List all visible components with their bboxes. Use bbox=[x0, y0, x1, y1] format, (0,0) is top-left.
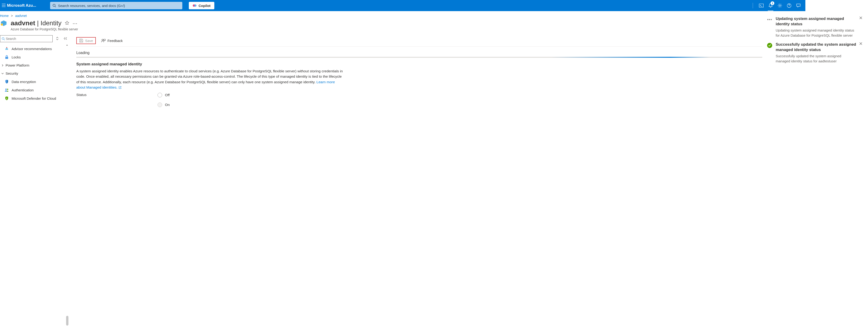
sidebar-item-locks[interactable]: Locks bbox=[0, 53, 68, 61]
chevron-right-icon bbox=[1, 64, 4, 67]
notification-title: Updating system assigned managed identit… bbox=[776, 16, 857, 27]
sidebar-scrollbar[interactable] bbox=[66, 46, 68, 326]
notification-panel: ▪▪▪ Updating system assigned managed ide… bbox=[762, 13, 868, 71]
global-search[interactable] bbox=[50, 2, 182, 9]
copilot-icon bbox=[192, 3, 197, 8]
advisor-icon bbox=[5, 46, 9, 51]
people-icon bbox=[5, 88, 9, 92]
search-icon bbox=[2, 37, 5, 40]
close-notification-icon[interactable] bbox=[859, 16, 864, 38]
external-link-icon bbox=[119, 85, 122, 91]
notifications-icon[interactable]: 1 bbox=[766, 0, 775, 11]
cloud-shell-icon[interactable] bbox=[757, 0, 766, 11]
radio-icon bbox=[157, 102, 162, 107]
help-icon[interactable] bbox=[784, 0, 794, 11]
svg-point-2 bbox=[194, 4, 196, 7]
resource-subtitle: Azure Database for PostgreSQL flexible s… bbox=[0, 27, 868, 34]
notification-item-updating: ▪▪▪ Updating system assigned managed ide… bbox=[766, 16, 864, 38]
global-search-input[interactable] bbox=[56, 4, 180, 8]
svg-point-8 bbox=[73, 24, 73, 24]
success-icon bbox=[767, 43, 772, 48]
feedback-top-icon[interactable] bbox=[794, 0, 803, 11]
breadcrumb-sep: > bbox=[11, 14, 13, 18]
progress-bar bbox=[76, 57, 868, 58]
svg-rect-3 bbox=[759, 4, 764, 7]
search-icon bbox=[53, 4, 56, 7]
save-icon bbox=[79, 38, 83, 43]
content-toolbar: Save Feedback bbox=[76, 34, 868, 46]
svg-point-10 bbox=[76, 24, 77, 24]
hamburger-menu-icon[interactable] bbox=[0, 4, 5, 8]
close-notification-icon[interactable] bbox=[859, 42, 864, 64]
svg-point-16 bbox=[6, 97, 7, 98]
radio-icon bbox=[157, 93, 162, 97]
save-button[interactable]: Save bbox=[76, 37, 96, 44]
svg-point-11 bbox=[2, 38, 4, 40]
page-title: aadvnet | Identity bbox=[11, 20, 61, 27]
active-indicator bbox=[768, 10, 773, 11]
main-content: Save Feedback Loading System assigned ma… bbox=[68, 34, 868, 326]
copilot-button[interactable]: Copilot bbox=[189, 2, 214, 9]
sidebar-group-power-platform[interactable]: Power Platform bbox=[0, 61, 68, 69]
collapse-sidebar-icon[interactable] bbox=[62, 37, 68, 41]
status-label: Status bbox=[76, 93, 157, 97]
svg-point-4 bbox=[779, 5, 780, 6]
svg-point-17 bbox=[102, 39, 103, 40]
sidebar-item-authentication[interactable]: Authentication bbox=[0, 86, 68, 94]
notification-title: Successfully updated the system assigned… bbox=[776, 42, 857, 53]
sidebar: ▲ Advisor recommendations Locks Power Pl… bbox=[0, 34, 68, 326]
notification-subtitle: Successfully updated the system assigned… bbox=[776, 53, 857, 64]
sidebar-group-security[interactable]: Security bbox=[0, 69, 68, 77]
breadcrumb-current[interactable]: aadvnet bbox=[15, 14, 27, 18]
svg-point-0 bbox=[53, 4, 55, 6]
page-title-row: aadvnet | Identity bbox=[0, 19, 868, 27]
svg-rect-7 bbox=[2, 24, 2, 25]
sidebar-search-row bbox=[0, 34, 68, 44]
shield-icon bbox=[5, 79, 9, 84]
svg-point-15 bbox=[7, 89, 8, 90]
notification-badge: 1 bbox=[771, 1, 774, 5]
expand-collapse-icon[interactable] bbox=[55, 37, 60, 41]
status-on-option[interactable]: On bbox=[157, 102, 170, 107]
loading-label: Loading bbox=[76, 46, 868, 57]
top-header: Microsoft Azu... Copilot 1 bbox=[0, 0, 868, 11]
svg-point-12 bbox=[6, 47, 7, 48]
sidebar-search[interactable] bbox=[0, 35, 53, 42]
sidebar-search-input[interactable] bbox=[5, 37, 51, 40]
feedback-button[interactable]: Feedback bbox=[101, 38, 123, 43]
chevron-down-icon bbox=[1, 72, 4, 75]
more-actions-icon[interactable] bbox=[72, 21, 77, 25]
settings-icon[interactable] bbox=[775, 0, 784, 11]
in-progress-icon: ▪▪▪ bbox=[767, 17, 772, 38]
account-popout-area bbox=[805, 0, 868, 11]
breadcrumb: Home > aadvnet bbox=[0, 11, 868, 19]
sidebar-item-data-encryption[interactable]: Data encryption bbox=[0, 77, 68, 86]
section-title: System assigned managed identity bbox=[76, 62, 868, 68]
svg-point-9 bbox=[74, 24, 75, 24]
feedback-icon bbox=[101, 38, 105, 43]
svg-point-14 bbox=[5, 89, 7, 90]
notification-subtitle: Updating system assigned managed identit… bbox=[776, 27, 857, 38]
section-description: A system assigned identity enables Azure… bbox=[76, 68, 343, 91]
favorite-star-icon[interactable] bbox=[65, 21, 69, 26]
divider bbox=[753, 3, 753, 8]
sidebar-item-defender[interactable]: Microsoft Defender for Cloud bbox=[0, 94, 68, 102]
defender-icon bbox=[5, 96, 9, 100]
lock-icon bbox=[5, 55, 9, 59]
svg-rect-13 bbox=[5, 57, 8, 59]
sidebar-item-advisor[interactable]: Advisor recommendations bbox=[0, 44, 68, 53]
status-off-option[interactable]: Off bbox=[157, 93, 170, 97]
breadcrumb-home[interactable]: Home bbox=[0, 14, 8, 18]
status-radio-group: Off On bbox=[157, 93, 170, 107]
scrollbar-thumb[interactable] bbox=[66, 316, 68, 326]
resource-icon bbox=[0, 20, 7, 27]
brand-label[interactable]: Microsoft Azu... bbox=[5, 3, 41, 8]
notification-item-success: Successfully updated the system assigned… bbox=[766, 42, 864, 64]
